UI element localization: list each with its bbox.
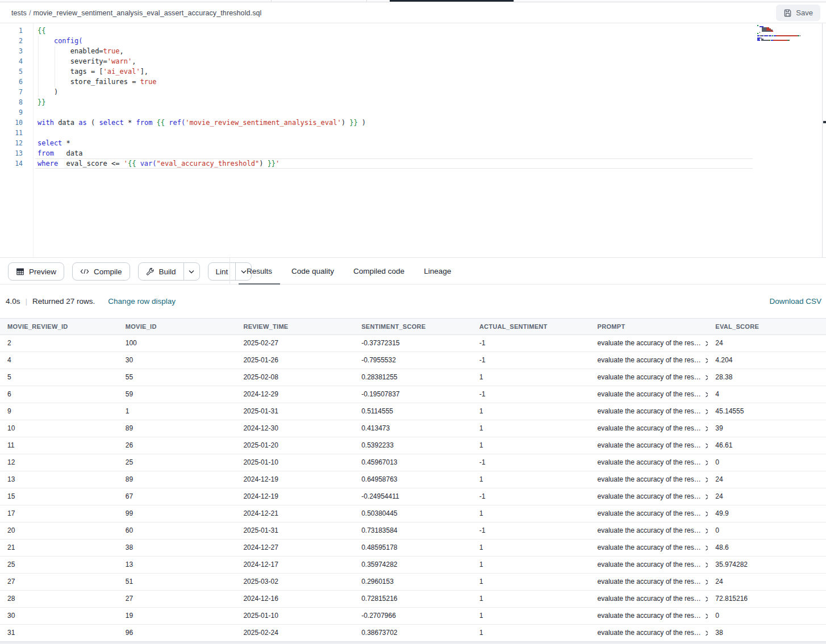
table-row: 25132024-12-170.359742821evaluate the ac… [0, 557, 826, 574]
tab-lineage[interactable]: Lineage [416, 258, 459, 285]
breadcrumb-separator: / [27, 9, 34, 17]
prompt-cell[interactable]: evaluate the accuracy of the res… [590, 335, 708, 352]
prompt-cell[interactable]: evaluate the accuracy of the res… [590, 437, 708, 454]
tab-code-quality[interactable]: Code quality [283, 258, 342, 285]
prompt-cell[interactable]: evaluate the accuracy of the res… [590, 420, 708, 437]
table-cell: 89 [118, 420, 236, 437]
breadcrumb-folder[interactable]: tests [11, 9, 27, 17]
table-cell: 2025-01-31 [236, 522, 354, 539]
table-cell: 0.38673702 [354, 625, 472, 641]
preview-button[interactable]: Preview [8, 262, 64, 281]
table-cell: 45.14555 [708, 403, 826, 420]
table-row: 31962025-02-240.386737021evaluate the ac… [0, 625, 826, 642]
column-header-movie_review_id: MOVIE_REVIEW_ID [0, 319, 118, 334]
table-cell: 2025-01-10 [236, 454, 354, 471]
tab-results[interactable]: Results [239, 258, 280, 285]
table-cell: 31 [0, 625, 118, 641]
prompt-cell[interactable]: evaluate the accuracy of the res… [590, 540, 708, 556]
table-cell: 2025-02-08 [236, 369, 354, 386]
table-row: 17992024-12-210.503804451evaluate the ac… [0, 505, 826, 522]
table-cell: 1 [472, 437, 590, 454]
table-cell: 30 [0, 608, 118, 624]
scrollbar-marker[interactable] [823, 121, 826, 123]
table-cell: 2025-01-31 [236, 403, 354, 420]
table-cell: 96 [118, 625, 236, 641]
table-cell: -1 [472, 335, 590, 352]
prompt-cell[interactable]: evaluate the accuracy of the res… [590, 403, 708, 420]
table-cell: 2 [0, 335, 118, 352]
prompt-cell[interactable]: evaluate the accuracy of the res… [590, 608, 708, 624]
compile-button[interactable]: Compile [72, 262, 130, 281]
table-icon [16, 267, 24, 276]
top-tabstrip[interactable] [0, 0, 826, 2]
bottom-toolbar: Preview Compile Build [0, 257, 826, 285]
breadcrumb[interactable]: tests/movie_review_sentiment_analysis_ev… [11, 9, 261, 17]
prompt-cell[interactable]: evaluate the accuracy of the res… [590, 557, 708, 573]
table-cell: 2025-01-26 [236, 352, 354, 369]
prompt-cell[interactable]: evaluate the accuracy of the res… [590, 574, 708, 590]
prompt-preview-text: evaluate the accuracy of the res… [598, 488, 701, 505]
line-number: 1 [0, 26, 23, 36]
prompt-preview-text: evaluate the accuracy of the res… [598, 386, 701, 403]
table-cell: 1 [472, 540, 590, 556]
prompt-cell[interactable]: evaluate the accuracy of the res… [590, 471, 708, 488]
table-row: 30192025-01-10-0.27079661evaluate the ac… [0, 608, 826, 625]
table-header-row: MOVIE_REVIEW_IDMOVIE_IDREVIEW_TIMESENTIM… [0, 318, 826, 335]
prompt-cell[interactable]: evaluate the accuracy of the res… [590, 488, 708, 505]
table-cell: 0 [708, 522, 826, 539]
table-cell: 55 [118, 369, 236, 386]
table-cell: 2025-02-24 [236, 625, 354, 641]
download-csv-link[interactable]: Download CSV [769, 297, 821, 306]
table-cell: 2024-12-16 [236, 591, 354, 607]
table-cell: 72.815216 [708, 591, 826, 607]
code-editor[interactable]: 1234567891011121314 {{ config( enabled=t… [0, 23, 826, 257]
status-bar: 4.0s | Returned 27 rows. Change row disp… [0, 285, 826, 318]
prompt-cell[interactable]: evaluate the accuracy of the res… [590, 522, 708, 539]
table-row: 21382024-12-270.485951781evaluate the ac… [0, 540, 826, 557]
prompt-cell[interactable]: evaluate the accuracy of the res… [590, 352, 708, 369]
code-line: from data [37, 148, 752, 158]
table-cell: 1 [472, 420, 590, 437]
table-cell: 9 [0, 403, 118, 420]
prompt-cell[interactable]: evaluate the accuracy of the res… [590, 591, 708, 607]
code-line: select * [37, 138, 752, 148]
table-cell: -1 [472, 522, 590, 539]
lint-button-main[interactable]: Lint [208, 263, 236, 280]
table-cell: 19 [118, 608, 236, 624]
prompt-cell[interactable]: evaluate the accuracy of the res… [590, 386, 708, 403]
table-cell: 0.64958763 [354, 471, 472, 488]
build-dropdown[interactable] [183, 263, 199, 280]
prompt-preview-text: evaluate the accuracy of the res… [598, 420, 701, 437]
save-button-label: Save [796, 9, 813, 17]
build-button-main[interactable]: Build [139, 263, 183, 280]
table-cell: 49.9 [708, 505, 826, 522]
prompt-cell[interactable]: evaluate the accuracy of the res… [590, 625, 708, 641]
editor-code[interactable]: {{ config( enabled=true, severity='warn'… [37, 26, 752, 169]
code-line: where eval_score <= '{{ var("eval_accura… [37, 158, 752, 169]
compile-label: Compile [94, 267, 122, 276]
prompt-preview-text: evaluate the accuracy of the res… [598, 437, 701, 454]
table-row: 13892024-12-190.649587631evaluate the ac… [0, 471, 826, 488]
table-cell: 2025-01-10 [236, 608, 354, 624]
code-line: store_failures = true [37, 77, 752, 87]
table-cell: 0.50380445 [354, 505, 472, 522]
table-cell: 13 [0, 471, 118, 488]
table-cell: 5 [0, 369, 118, 386]
prompt-cell[interactable]: evaluate the accuracy of the res… [590, 454, 708, 471]
prompt-cell[interactable]: evaluate the accuracy of the res… [590, 369, 708, 386]
table-cell: 28.38 [708, 369, 826, 386]
save-button[interactable]: Save [776, 5, 820, 21]
horizontal-scrollbar-track[interactable] [0, 642, 826, 644]
table-cell: 2024-12-30 [236, 420, 354, 437]
table-row: 912025-01-310.51145551evaluate the accur… [0, 403, 826, 420]
table-cell: 38 [118, 540, 236, 556]
prompt-cell[interactable]: evaluate the accuracy of the res… [590, 505, 708, 522]
table-cell: 27 [118, 591, 236, 607]
build-label: Build [159, 267, 176, 276]
tab-divider [366, 0, 367, 2]
tab-compiled-code[interactable]: Compiled code [345, 258, 412, 285]
table-cell: 10 [0, 420, 118, 437]
minimap[interactable] [757, 25, 821, 41]
toolbar-divider [230, 258, 230, 285]
change-row-display-link[interactable]: Change row display [108, 297, 176, 306]
